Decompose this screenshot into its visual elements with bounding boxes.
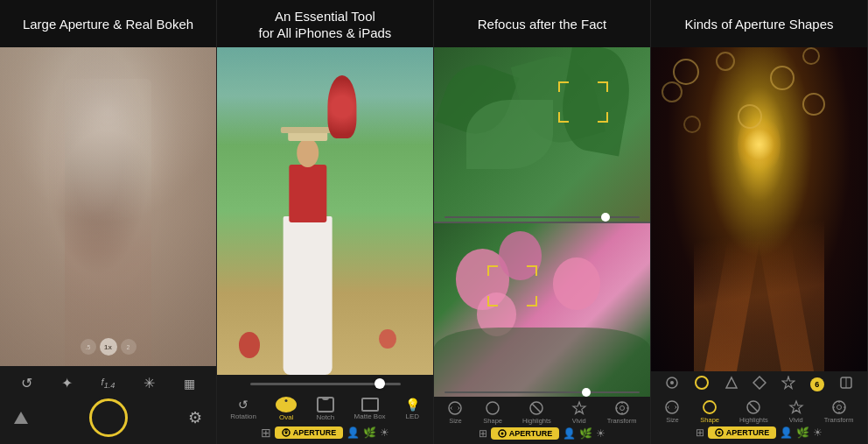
panel2-title: An Essential Tool for All iPhones & iPad… bbox=[217, 0, 433, 47]
star-svg bbox=[781, 376, 795, 390]
svg-point-14 bbox=[620, 406, 624, 411]
oval-tool[interactable]: Oval bbox=[276, 397, 297, 421]
shape-tool[interactable]: Shape bbox=[483, 400, 502, 425]
panel2-photo bbox=[217, 47, 433, 375]
up-arrow-icon[interactable] bbox=[14, 412, 28, 424]
panel-shapes: Kinds of Aperture Shapes bbox=[651, 0, 868, 444]
shutter-button[interactable] bbox=[89, 398, 128, 437]
zoom-controls[interactable]: .5 1x 2 bbox=[80, 338, 136, 356]
svg-line-30 bbox=[668, 406, 669, 408]
rotate-icon[interactable]: ↺ bbox=[21, 375, 32, 391]
panel4-toolbar: Size Shape Highlights bbox=[651, 398, 867, 444]
focus-bracket-bottom bbox=[488, 266, 536, 306]
panel4-highlights-icon bbox=[746, 399, 761, 415]
panel1-title: Large Aperture & Real Bokeh bbox=[0, 0, 216, 47]
diamond-svg bbox=[752, 376, 766, 390]
sparkle-icon[interactable]: ✦ bbox=[61, 375, 73, 391]
panel-bokeh: Large Aperture & Real Bokeh .5 1x 2 ↺ ✦ bbox=[0, 0, 217, 444]
zoom-1x[interactable]: 1x bbox=[100, 338, 117, 356]
aperture-bar: ⊞ APERTURE 👤 🌿 ☀ bbox=[220, 423, 430, 441]
svg-line-8 bbox=[458, 408, 460, 410]
shutter-row: ⚙ bbox=[7, 395, 209, 440]
aperture-svg bbox=[665, 376, 679, 390]
svg-marker-25 bbox=[753, 377, 766, 389]
size-tool[interactable]: Size bbox=[447, 400, 463, 425]
panel3-split bbox=[434, 47, 650, 397]
panel3-aperture-icon bbox=[498, 429, 507, 438]
panel4-top-icons: 6 bbox=[651, 371, 867, 398]
zoom-05[interactable]: .5 bbox=[80, 339, 96, 355]
panel4-vivid-tool[interactable]: Vivid bbox=[788, 399, 804, 424]
svg-point-20 bbox=[500, 433, 503, 435]
panel3-toolbar: Size Shape Highlights bbox=[434, 397, 650, 444]
panel4-transform-icon bbox=[831, 399, 847, 415]
svg-line-36 bbox=[749, 403, 758, 412]
brightness-icon[interactable]: ✳ bbox=[144, 375, 155, 391]
panel4-shape-icon bbox=[702, 399, 718, 415]
extra-svg bbox=[839, 376, 853, 390]
triangle-svg bbox=[724, 376, 738, 390]
panel4-highlights-tool[interactable]: Highlights bbox=[739, 399, 768, 424]
panel4-title: Kinds of Aperture Shapes bbox=[651, 0, 867, 47]
transform-icon bbox=[614, 400, 630, 416]
svg-marker-12 bbox=[573, 402, 585, 414]
rotation-tool[interactable]: ↺ Rotation bbox=[230, 398, 256, 420]
svg-marker-26 bbox=[782, 377, 794, 389]
panel3-aperture-logo[interactable]: APERTURE bbox=[491, 427, 560, 440]
svg-line-5 bbox=[451, 407, 452, 409]
mattebox-tool[interactable]: Matte Box bbox=[354, 398, 386, 420]
panel4-size-tool[interactable]: Size bbox=[664, 399, 680, 424]
panel2-title-text: An Essential Tool for All iPhones & iPad… bbox=[259, 8, 392, 42]
size-icon bbox=[447, 400, 463, 416]
svg-point-23 bbox=[696, 377, 708, 389]
settings-icon[interactable]: ⚙ bbox=[188, 408, 202, 427]
panel2-phone: ↺ Rotation Oval Notch bbox=[217, 47, 433, 444]
top-aperture-icon[interactable] bbox=[665, 376, 679, 393]
svg-point-22 bbox=[670, 381, 674, 384]
panel2-slider[interactable] bbox=[217, 375, 433, 391]
panel2-toolbar: ↺ Rotation Oval Notch bbox=[217, 391, 433, 444]
panel4-aperture-bar: ⊞ APERTURE 👤 🌿 ☀ bbox=[654, 424, 864, 440]
panel1-phone: .5 1x 2 ↺ ✦ f1.4 ✳ ▦ bbox=[0, 47, 216, 444]
top-star-icon[interactable] bbox=[781, 376, 795, 393]
top-triangle-icon[interactable] bbox=[724, 376, 738, 393]
svg-point-38 bbox=[833, 401, 845, 413]
panel2-toolbar-icons: ↺ Rotation Oval Notch bbox=[220, 395, 430, 423]
svg-line-7 bbox=[458, 407, 460, 409]
shape-icon bbox=[485, 400, 500, 416]
highlights-icon bbox=[528, 400, 544, 416]
top-extra-icon[interactable] bbox=[839, 376, 853, 393]
aperture-value[interactable]: f1.4 bbox=[102, 377, 116, 390]
panel4-transform-tool[interactable]: Transform bbox=[824, 399, 854, 424]
svg-marker-37 bbox=[790, 401, 802, 413]
led-tool[interactable]: 💡 LED bbox=[405, 398, 420, 420]
svg-line-6 bbox=[451, 408, 452, 410]
top-6-badge: 6 bbox=[810, 377, 824, 391]
focus-bracket-top bbox=[559, 82, 607, 122]
vivid-tool[interactable]: Vivid bbox=[571, 400, 587, 425]
notch-tool[interactable]: Notch bbox=[316, 397, 334, 421]
svg-line-11 bbox=[532, 404, 541, 412]
svg-line-32 bbox=[676, 406, 677, 408]
circle-active-svg bbox=[694, 375, 710, 391]
aperture-logo-icon bbox=[282, 428, 290, 437]
panel4-toolbar-icons: Size Shape Highlights bbox=[654, 399, 864, 424]
panel1-controls: ↺ ✦ f1.4 ✳ ▦ ⚙ bbox=[0, 366, 216, 444]
aperture-logo[interactable]: APERTURE bbox=[275, 426, 344, 439]
layers-icon[interactable]: ▦ bbox=[184, 377, 195, 391]
panel3-aperture-bar: ⊞ APERTURE 👤 🌿 ☀ bbox=[438, 425, 647, 441]
svg-line-31 bbox=[668, 407, 669, 409]
panel4-aperture-logo[interactable]: APERTURE bbox=[708, 426, 777, 439]
transform-tool[interactable]: Transform bbox=[607, 400, 637, 425]
top-diamond-icon[interactable] bbox=[752, 376, 766, 393]
panel4-size-icon bbox=[664, 399, 680, 415]
panel3-photo-bottom bbox=[434, 223, 650, 398]
panel4-shape-tool[interactable]: Shape bbox=[700, 399, 719, 424]
svg-marker-24 bbox=[726, 377, 737, 388]
control-icons-row: ↺ ✦ f1.4 ✳ ▦ bbox=[7, 371, 209, 395]
top-circle-icon[interactable] bbox=[694, 375, 710, 394]
zoom-2x[interactable]: 2 bbox=[121, 339, 136, 355]
svg-point-34 bbox=[704, 401, 716, 413]
highlights-tool[interactable]: Highlights bbox=[522, 400, 551, 425]
svg-point-13 bbox=[616, 402, 628, 414]
